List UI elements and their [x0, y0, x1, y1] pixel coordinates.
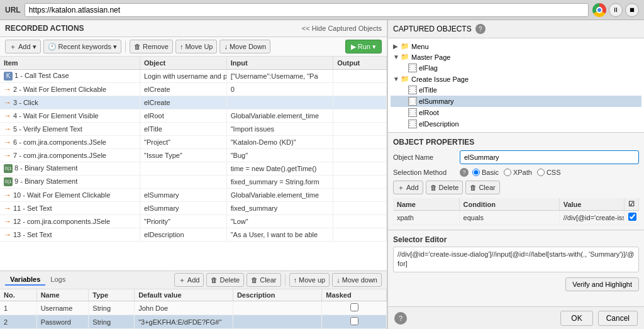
radio-css[interactable]	[537, 169, 545, 176]
table-row[interactable]: →6 - com.jira.components.JSele "Project"…	[0, 136, 387, 149]
var-move-up-button[interactable]: ↑ Move up	[289, 273, 330, 287]
masked-checkbox[interactable]	[350, 303, 358, 311]
cell-object: elCreate	[140, 83, 226, 96]
var-col-default: Default value	[135, 289, 233, 301]
var-clear-icon: 🗑	[251, 276, 258, 284]
table-row[interactable]: →5 - Verify Element Text elTitle "Import…	[0, 123, 387, 136]
help-icon[interactable]: ?	[475, 24, 486, 34]
cond-clear-button[interactable]: 🗑 Clear	[465, 181, 499, 194]
table-row[interactable]: →12 - com.jira.components.JSele "Priorit…	[0, 215, 387, 228]
tree-item[interactable]: ▶📁Menu	[391, 41, 641, 52]
cell-object: elCreate	[140, 96, 226, 109]
arrow-down-icon: ↓	[224, 43, 228, 50]
folder-icon: 📁	[401, 53, 409, 61]
cond-col-condition: Condition	[459, 198, 559, 211]
tree-item[interactable]: ⋮⋮elTitle	[391, 84, 641, 96]
table-row[interactable]: →13 - Set Text elDescription "As a User,…	[0, 228, 387, 242]
folder-icon: 📁	[401, 42, 409, 50]
tree-item[interactable]: ⋮⋮elSummary	[391, 96, 641, 107]
table-row[interactable]: K1 - Call Test Case Login with username …	[0, 70, 387, 83]
table-row[interactable]: →2 - Wait For Element Clickable elCreate…	[0, 83, 387, 96]
radio-basic[interactable]	[472, 169, 480, 176]
radio-css-label[interactable]: CSS	[537, 169, 561, 176]
radio-xpath[interactable]	[504, 169, 511, 176]
verify-highlight-button[interactable]: Verify and Highlight	[565, 277, 639, 291]
object-name-input[interactable]	[460, 150, 639, 164]
ok-button[interactable]: OK	[560, 311, 592, 326]
cell-input: "Katalon-Demo (KD)"	[226, 136, 333, 149]
cell-object: Login with username and pa	[140, 70, 226, 83]
clock-icon: 🕐	[48, 43, 57, 51]
cond-add-button[interactable]: ＋ Add	[393, 181, 423, 194]
remove-button[interactable]: 🗑 Remove	[130, 40, 173, 53]
move-down-button[interactable]: ↓ Move Down	[219, 40, 270, 53]
cell-item: 0|18 - Binary Statement	[0, 162, 140, 176]
tree-label: Menu	[411, 43, 429, 50]
cond-row[interactable]: xpath equals //div[@id='create-issue-di.…	[393, 211, 639, 225]
cell-item: →10 - Wait For Element Clickable	[0, 189, 140, 202]
cell-item: →3 - Click	[0, 96, 140, 109]
recent-keywords-button[interactable]: 🕐 Recent keywords ▾	[43, 40, 121, 53]
var-table-row[interactable]: 2 Password String "3+gEKFHA:E/dFDE?FG#"	[0, 315, 387, 329]
selection-method-label: Selection Method	[393, 169, 456, 176]
var-table-container[interactable]: No. Name Type Default value Description …	[0, 289, 387, 329]
hide-captured-button[interactable]: << Hide Captured Objects	[302, 25, 382, 32]
var-col-description: Description	[233, 289, 321, 301]
footer-help-icon[interactable]: ?	[394, 312, 407, 325]
cond-checkbox[interactable]	[628, 213, 636, 221]
cell-output	[333, 162, 387, 176]
table-row[interactable]: →4 - Wait For Element Visible elRoot Glo…	[0, 109, 387, 123]
cancel-button[interactable]: Cancel	[598, 311, 638, 326]
stop-button[interactable]: ⏹	[625, 3, 639, 17]
table-row[interactable]: →11 - Set Text elSummary fixed_summary	[0, 202, 387, 215]
var-toolbar: ＋ Add 🗑 Delete 🗑 Clear ↑ Move up	[174, 273, 382, 287]
selection-help-icon[interactable]: ?	[460, 168, 469, 177]
pause-button[interactable]: ⏸	[609, 3, 623, 17]
arrow-icon: →	[4, 151, 11, 160]
tree-item[interactable]: ⋮⋮elFlag	[391, 62, 641, 74]
tree-item[interactable]: ▼📁Create Issue Page	[391, 74, 641, 84]
masked-checkbox[interactable]	[350, 317, 358, 325]
binary-icon: 0|1	[4, 164, 13, 173]
var-col-name: Name	[36, 289, 89, 301]
element-icon: ⋮⋮	[408, 86, 417, 94]
table-row[interactable]: 0|19 - Binary Statement fixed_summary = …	[0, 176, 387, 189]
table-row[interactable]: 0|18 - Binary Statement time = new Date(…	[0, 162, 387, 176]
actions-table-container[interactable]: Item Object Input Output K1 - Call Test …	[0, 57, 387, 270]
cell-object	[140, 162, 226, 176]
var-sep	[285, 274, 286, 286]
expand-icon: ▼	[393, 75, 401, 82]
var-delete-button[interactable]: 🗑 Delete	[206, 273, 244, 287]
radio-xpath-label[interactable]: XPath	[504, 169, 532, 176]
var-add-button[interactable]: ＋ Add	[174, 273, 204, 287]
add-button[interactable]: ＋ Add ▾	[5, 40, 41, 53]
cond-delete-button[interactable]: 🗑 Delete	[426, 181, 464, 194]
tree-item[interactable]: ⋮⋮elRoot	[391, 107, 641, 118]
table-row[interactable]: →7 - com.jira.components.JSele "Issue Ty…	[0, 149, 387, 162]
run-button[interactable]: ▶ Run ▾	[345, 40, 382, 53]
tab-logs[interactable]: Logs	[45, 274, 70, 286]
tree-container[interactable]: ▶📁Menu▼📁Master Page⋮⋮elFlag▼📁Create Issu…	[388, 38, 644, 133]
tree-item[interactable]: ▼📁Master Page	[391, 52, 641, 62]
cell-item: →5 - Verify Element Text	[0, 123, 140, 136]
var-move-down-button[interactable]: ↓ Move down	[332, 273, 382, 287]
move-up-button[interactable]: ↑ Move Up	[175, 40, 218, 53]
element-icon: ⋮⋮	[408, 120, 417, 128]
var-clear-button[interactable]: 🗑 Clear	[247, 273, 280, 287]
url-input[interactable]	[25, 3, 589, 17]
tree-item[interactable]: ⋮⋮elDescription	[391, 118, 641, 130]
var-cell-type: String	[89, 315, 135, 329]
tab-variables[interactable]: Variables	[5, 274, 45, 286]
run-chevron-icon: ▾	[372, 43, 376, 51]
var-col-no: No.	[0, 289, 36, 301]
var-table-row[interactable]: 1 Username String John Doe	[0, 301, 387, 315]
tree-label: elRoot	[419, 109, 439, 116]
radio-basic-label[interactable]: Basic	[472, 169, 499, 176]
url-label: URL	[5, 6, 21, 14]
table-row[interactable]: →3 - Click elCreate	[0, 96, 387, 109]
table-row[interactable]: →10 - Wait For Element Clickable elSumma…	[0, 189, 387, 202]
tree-label: elDescription	[419, 120, 459, 128]
arrow-up-icon: ↑	[180, 43, 184, 50]
arrow-icon: →	[4, 125, 11, 133]
var-trash-icon: 🗑	[211, 276, 218, 284]
